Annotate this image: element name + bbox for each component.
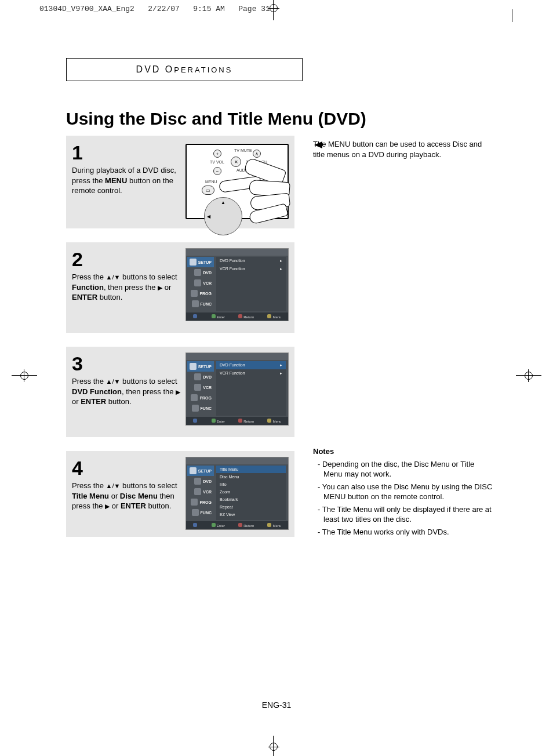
print-time: 9:15 AM	[193, 5, 225, 13]
move-icon	[193, 314, 197, 318]
osd-bottom-enter: Enter	[217, 420, 225, 423]
enter-icon	[212, 523, 216, 527]
step-1-text: During playback of a DVD disc, press the…	[72, 165, 182, 196]
menu-icon	[267, 523, 271, 527]
notes-item-3: The Title Menu will only be displayed if…	[318, 504, 493, 525]
gear-icon	[190, 363, 197, 370]
step-1-illustration: TV MUTE + TV VOL ✕ ∧ TRK/TV CH − AUDIO M…	[185, 144, 289, 219]
step-1: 1 During playback of a DVD disc, press t…	[66, 136, 294, 228]
osd-right-panel: Title Menu Disc Menu Info Zoom Bookmark …	[216, 466, 286, 520]
osd-bottom-bar: Enter Return Menu	[186, 521, 288, 529]
osd-bottom-menu: Menu	[272, 524, 281, 528]
t: button.	[146, 501, 171, 510]
osd-bottom-return: Return	[243, 420, 254, 423]
grid-icon	[192, 300, 199, 307]
osd-bottom-menu: Menu	[272, 420, 281, 423]
print-date: 2/22/07	[148, 5, 180, 13]
osd-left-setup: SETUP	[198, 260, 212, 264]
osd-left-vcr: VCR	[203, 386, 212, 390]
enter-icon	[212, 419, 216, 423]
osd-item-ezview: EZ View	[220, 513, 235, 517]
menu-icon	[267, 419, 271, 423]
notes-item-1: Depending on the disc, the Disc Menu or …	[318, 459, 493, 479]
section-heading-rest: PERATIONS	[174, 66, 232, 74]
section-heading-box: DVD OPERATIONS	[66, 58, 303, 81]
return-icon	[238, 314, 242, 318]
notes-section: Notes Depending on the disc, the Disc Me…	[313, 446, 493, 539]
disc-icon	[194, 269, 201, 276]
move-icon	[193, 523, 197, 527]
tape-icon	[194, 384, 201, 391]
move-icon	[193, 419, 197, 423]
osd-left-menu: SETUP DVD VCR PROG FUNC	[187, 361, 214, 413]
tape-icon	[194, 488, 201, 495]
t: or	[72, 397, 81, 406]
osd-right-panel: DVD Function▸ VCR Function▸	[216, 361, 286, 416]
t: Press the	[72, 377, 106, 386]
right-icon: ▶	[176, 388, 180, 395]
crop-mark-right	[516, 368, 541, 384]
disc-icon	[194, 373, 201, 380]
step-2-screenshot: SETUP DVD VCR PROG FUNC DVD Function▸ VC…	[185, 248, 289, 321]
osd-item-dvdfunc: DVD Function	[220, 363, 245, 368]
b: ENTER	[72, 293, 97, 301]
page-title: Using the Disc and Title Menu (DVD)	[66, 109, 366, 129]
step-4-text: Press the ▲/▼ buttons to select Title Me…	[72, 481, 182, 511]
step-3-screenshot: SETUP DVD VCR PROG FUNC DVD Function▸ VC…	[185, 352, 289, 426]
up-down-icon: ▲/▼	[106, 482, 121, 489]
chevron-right-icon: ▸	[280, 259, 282, 263]
t: buttons to select	[120, 481, 177, 490]
step-3: 3 Press the ▲/▼ buttons to select DVD Fu…	[66, 347, 294, 437]
crop-mark-left	[12, 368, 37, 384]
osd-screen-3: SETUP DVD VCR PROG FUNC DVD Function▸ VC…	[186, 353, 288, 425]
gear-icon	[190, 259, 197, 266]
osd-item-discmenu: Disc Menu	[220, 475, 239, 479]
osd-left-dvd: DVD	[203, 375, 212, 379]
t: buttons to select	[120, 377, 177, 386]
print-filename: 01304D_V9700_XAA_Eng2	[39, 5, 134, 13]
osd-left-prog: PROG	[199, 292, 212, 296]
remote-label-menu: MENU	[205, 180, 217, 184]
section-heading-main: DVD O	[136, 64, 174, 74]
gear-icon	[190, 467, 197, 474]
b: DVD Function	[72, 387, 122, 396]
grid-icon	[192, 405, 199, 412]
osd-bottom-enter: Enter	[217, 315, 225, 319]
osd-bottom-bar: Enter Return Menu	[186, 417, 288, 425]
t: , then press the	[104, 283, 158, 292]
t: or	[110, 501, 121, 510]
chevron-right-icon: ▸	[280, 371, 282, 376]
up-down-icon: ▲/▼	[106, 378, 121, 385]
osd-left-func: FUNC	[201, 302, 212, 306]
osd-left-func: FUNC	[201, 406, 212, 410]
print-page: Page 31	[238, 5, 270, 13]
step-2: 2 Press the ▲/▼ buttons to select Functi…	[66, 242, 294, 333]
step-1-bold: MENU	[105, 176, 127, 185]
remote-btn-volup: +	[213, 150, 221, 158]
menu-icon	[267, 314, 271, 318]
osd-left-menu: SETUP DVD VCR PROG FUNC	[187, 466, 214, 518]
remote-btn-chup: ∧	[253, 150, 261, 158]
disc-icon	[194, 478, 201, 485]
chevron-right-icon: ▸	[280, 363, 282, 368]
b: ENTER	[121, 501, 146, 510]
remote-btn-menu: ▭	[202, 186, 214, 195]
right-icon: ▶	[158, 284, 162, 291]
remote-illustration: TV MUTE + TV VOL ✕ ∧ TRK/TV CH − AUDIO M…	[189, 147, 285, 216]
osd-bottom-return: Return	[243, 524, 254, 528]
osd-item-repeat: Repeat	[220, 505, 233, 509]
osd-item-zoom: Zoom	[220, 490, 230, 494]
t: , then press the	[122, 387, 176, 396]
osd-left-menu: SETUP DVD VCR PROG FUNC	[187, 257, 214, 309]
osd-item-vcrfunc: VCR Function	[220, 371, 245, 376]
osd-left-setup: SETUP	[198, 469, 212, 473]
b: ENTER	[81, 397, 106, 406]
return-icon	[238, 523, 242, 527]
step-4-screenshot: SETUP DVD VCR PROG FUNC Title Menu Disc …	[185, 457, 289, 530]
t: Press the	[72, 272, 106, 281]
osd-bottom-enter: Enter	[217, 524, 225, 528]
t: or	[109, 492, 120, 500]
osd-item-vcrfunc: VCR Function	[220, 267, 245, 271]
osd-left-func: FUNC	[201, 511, 212, 515]
crop-mark-bottom	[267, 736, 281, 756]
